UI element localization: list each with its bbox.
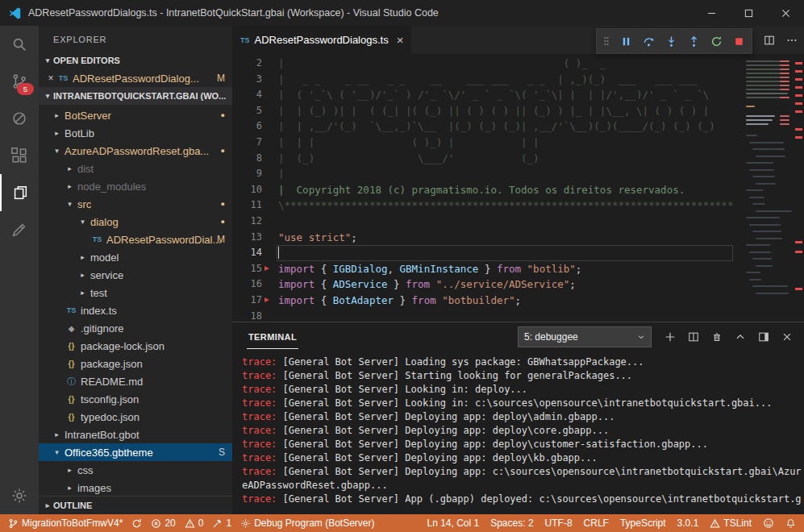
- line-number: 11: [232, 197, 262, 214]
- tab-label: ADResetPasswordDialogs.ts: [255, 34, 389, 46]
- chevron-right-icon: ▸: [42, 501, 53, 509]
- tree-item[interactable]: ▾Office365.gbthemeS: [39, 443, 232, 461]
- pause-button[interactable]: [620, 35, 632, 48]
- typescript-file-icon: TS: [240, 36, 250, 44]
- split-terminal-icon[interactable]: [688, 331, 699, 343]
- step-into-button[interactable]: [665, 35, 677, 48]
- tree-item[interactable]: TSADResetPasswordDial...M: [39, 231, 232, 248]
- status-branch[interactable]: MigrationToBotFmwV4*: [8, 517, 123, 529]
- tree-item[interactable]: ▸css: [39, 461, 232, 479]
- line-number: 15: [232, 261, 262, 277]
- status-notifications[interactable]: [785, 518, 796, 529]
- code-line-content: | _ _ _ __ _ _ __ ___ ___ _ _ | ,_)(_) _…: [277, 72, 733, 88]
- more-actions-icon[interactable]: [786, 35, 798, 46]
- modified-dot-badge: ●: [221, 200, 225, 208]
- status-eol[interactable]: CRLF: [584, 517, 609, 529]
- tab-close-icon[interactable]: ×: [397, 33, 404, 47]
- chevron-down-icon: ▾: [42, 92, 53, 100]
- maximize-button[interactable]: [730, 0, 767, 26]
- tree-item[interactable]: TSindex.ts: [39, 301, 232, 319]
- line-number: 5: [232, 103, 262, 119]
- tree-item[interactable]: ▾dialog●: [39, 213, 232, 231]
- tab-terminal[interactable]: TERMINAL: [247, 325, 298, 349]
- tab-adresetpassworddialogs[interactable]: TS ADResetPasswordDialogs.ts ×: [232, 26, 411, 54]
- activity-edit-button[interactable]: [0, 211, 39, 248]
- tree-item[interactable]: ▸dist: [39, 160, 232, 177]
- status-sync[interactable]: [131, 518, 142, 529]
- chevron-right-icon: ▸: [52, 111, 62, 119]
- activity-extensions-button[interactable]: [0, 137, 39, 174]
- status-cursor-position[interactable]: Ln 14, Col 1: [427, 517, 479, 529]
- code-line-content: | | | ( )_) | | | |: [277, 135, 733, 151]
- tree-item[interactable]: ▸images: [39, 479, 232, 497]
- activity-source-control-button[interactable]: 5: [0, 63, 39, 100]
- tree-item[interactable]: ▾src●: [39, 195, 232, 213]
- status-feedback[interactable]: [763, 517, 774, 529]
- typescript-file-icon: TS: [90, 235, 104, 243]
- gutter: [262, 245, 277, 261]
- drag-grip-icon[interactable]: [603, 35, 610, 48]
- settings-gear-button[interactable]: [0, 477, 39, 514]
- close-panel-icon[interactable]: [781, 331, 793, 343]
- tools-icon: [212, 518, 223, 529]
- tree-item[interactable]: {}package-lock.json: [39, 337, 232, 355]
- status-language[interactable]: TypeScript: [620, 517, 666, 529]
- move-panel-icon[interactable]: [758, 331, 769, 343]
- chevron-right-icon: ▸: [77, 253, 88, 261]
- status-indentation[interactable]: Spaces: 2: [490, 517, 533, 529]
- minimize-button[interactable]: [693, 0, 730, 26]
- outline-section-header[interactable]: ▸OUTLINE: [39, 496, 232, 514]
- status-encoding[interactable]: UTF-8: [545, 517, 573, 529]
- tree-item[interactable]: {}package.json: [39, 355, 232, 372]
- kill-terminal-icon[interactable]: [711, 331, 723, 343]
- step-over-button[interactable]: [643, 35, 655, 48]
- restart-button[interactable]: [710, 35, 723, 48]
- stop-button[interactable]: [733, 35, 745, 48]
- code-area[interactable]: 2| ( )_ _ |3| _ _ _ __ _ _ __ ___ ___ _ …: [232, 54, 804, 324]
- tree-item[interactable]: {}typedoc.json: [39, 408, 232, 426]
- terminal-output[interactable]: trace: [General Bot Server] Loading sys …: [232, 351, 804, 506]
- chevron-right-icon: ▸: [52, 430, 62, 438]
- gutter: [262, 182, 277, 198]
- workspace-folder-header[interactable]: ▾INTRANETBOTQUICKSTART.GBAI (WO...: [39, 87, 232, 105]
- split-editor-icon[interactable]: [764, 35, 775, 46]
- json-file-icon: {}: [65, 342, 78, 351]
- tree-item[interactable]: ▸node_modules: [39, 177, 232, 195]
- open-editors-header[interactable]: ▾OPEN EDITORS: [39, 52, 232, 69]
- maximize-panel-icon[interactable]: [735, 331, 746, 343]
- status-tslint[interactable]: TSLint: [710, 517, 752, 529]
- status-ts-version[interactable]: 3.0.1: [677, 517, 699, 529]
- code-line-content: import { IGBDialog, GBMinInstance } from…: [277, 261, 733, 277]
- chevron-down-icon: ▾: [42, 56, 53, 64]
- tree-item[interactable]: ▾AzureADPasswordReset.gba...●: [39, 142, 232, 160]
- status-warnings[interactable]: 0: [185, 517, 204, 529]
- tree-item[interactable]: ▸BotServer●: [39, 106, 232, 124]
- code-line: 17import { BotAdapter } from "botbuilder…: [232, 293, 804, 309]
- status-errors[interactable]: 20: [151, 517, 175, 529]
- tree-item[interactable]: ▸service: [39, 266, 232, 284]
- step-out-button[interactable]: [688, 35, 700, 48]
- activity-debug-button[interactable]: [0, 100, 39, 137]
- tree-item[interactable]: {}tsconfig.json: [39, 390, 232, 408]
- new-terminal-icon[interactable]: [664, 331, 676, 343]
- tree-item[interactable]: ▸test: [39, 284, 232, 301]
- terminal-selector-dropdown[interactable]: 5: debuggee: [518, 326, 652, 347]
- code-line-content: | ( '_`\ ( '__)/'_` ) /'_ `\/' _ ` _ `\(…: [277, 87, 733, 103]
- tree-item[interactable]: ▸BotLib: [39, 124, 232, 142]
- activity-search-button[interactable]: [0, 26, 39, 63]
- tree-item[interactable]: ▸IntranetBot.gbot: [39, 426, 232, 443]
- tree-item[interactable]: ◆.gitignore: [39, 319, 232, 337]
- open-editor-label: ADResetPasswordDialog...: [70, 73, 199, 85]
- gutter: [262, 197, 277, 214]
- status-fixes[interactable]: 1: [212, 517, 231, 529]
- terminal-line: trace: [General Bot Server] Deploying ap…: [242, 438, 804, 451]
- tree-item[interactable]: ▸model: [39, 248, 232, 266]
- close-icon[interactable]: ×: [45, 73, 56, 84]
- status-debug-target[interactable]: Debug Program (BotServer): [240, 517, 374, 529]
- close-window-button[interactable]: [767, 0, 804, 26]
- code-line-content: import { BotAdapter } from "botbuilder";: [277, 293, 733, 309]
- minimap[interactable]: [744, 54, 793, 322]
- tree-item[interactable]: ⓘREADME.md: [39, 372, 232, 390]
- activity-explorer-button[interactable]: [0, 174, 39, 211]
- open-editor-item[interactable]: × TS ADResetPasswordDialog... M: [39, 69, 232, 87]
